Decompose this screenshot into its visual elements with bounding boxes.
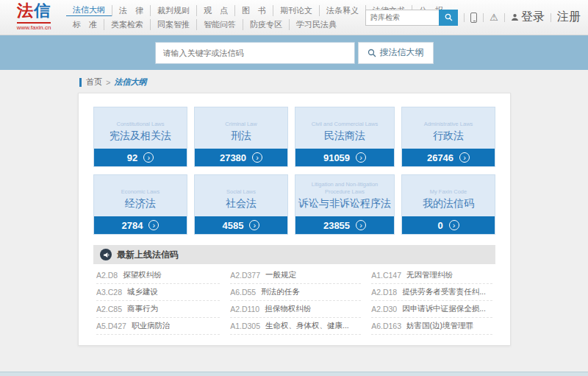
outline-search-button[interactable]: 搜法信大纲 — [358, 42, 434, 64]
search-icon — [445, 13, 453, 21]
breadcrumb-home[interactable]: 首页 — [86, 77, 102, 88]
category-count: 91059 — [323, 152, 350, 163]
logo-char-blue: 信 — [34, 1, 51, 20]
outline-search-input[interactable] — [155, 42, 355, 64]
card-my-faxin-code[interactable]: My Faxin Code 我的法信码 0 › — [401, 174, 495, 235]
card-social-laws[interactable]: Social Laws 社会法 4585 › — [194, 174, 288, 235]
nav-item-similar-case-push[interactable]: 同案智推 — [150, 19, 196, 30]
category-title: 诉讼与非诉讼程序法 — [298, 197, 391, 210]
register-button[interactable]: 注册 — [557, 10, 581, 25]
category-count-bar[interactable]: 23855 › — [295, 216, 394, 234]
category-count-bar[interactable]: 4585 › — [195, 216, 287, 234]
law-title: 刑法的任务 — [261, 287, 300, 297]
law-title: 妨害国(边)境管理罪 — [406, 321, 473, 331]
mobile-app-icon[interactable] — [470, 13, 477, 23]
arrow-circle-icon: › — [449, 220, 459, 230]
category-count-bar[interactable]: 2784 › — [94, 216, 187, 234]
nav-item-similar-case-search[interactable]: 类案检索 — [104, 19, 150, 30]
category-count: 26746 — [427, 152, 453, 163]
category-english-label: Criminal Law — [198, 113, 284, 127]
arrow-circle-icon: › — [143, 152, 154, 163]
site-logo[interactable]: 法信 www.faxin.cn — [7, 3, 60, 32]
law-code: A2.D8 — [96, 271, 118, 280]
list-item[interactable]: A6.D163 妨害国(边)境管理罪 — [371, 318, 492, 335]
nav-item-books[interactable]: 图 书 — [234, 5, 273, 16]
nav-row-2: 标 准 类案检索 同案智推 智能问答 防疫专区 学习民法典 — [66, 19, 365, 30]
nav-item-article-interpretation[interactable]: 法条释义 — [319, 5, 365, 16]
card-top: Administrative Laws 行政法 — [402, 107, 495, 149]
category-english-label: Litigation and Non-litigation Procedure … — [298, 180, 391, 195]
nav-item-judgment-rules[interactable]: 裁判规则 — [150, 5, 196, 16]
law-code: A2.D30 — [371, 305, 397, 313]
arrow-circle-icon: › — [356, 152, 366, 163]
nav-item-law[interactable]: 法 律 — [112, 5, 150, 16]
category-english-label: Economic Laws — [97, 180, 184, 195]
law-code: A3.C28 — [96, 288, 122, 297]
nav-item-smart-qa[interactable]: 智能问答 — [196, 19, 243, 30]
law-title: 无因管理纠纷 — [406, 270, 453, 280]
register-label: 注册 — [557, 10, 581, 25]
category-title: 行政法 — [405, 130, 492, 143]
list-item[interactable]: A5.D427 职业病防治 — [96, 318, 220, 335]
card-economic-laws[interactable]: Economic Laws 经济法 2784 › — [93, 174, 187, 235]
card-top: Litigation and Non-litigation Procedure … — [295, 175, 394, 216]
category-count-bar[interactable]: 91059 › — [295, 149, 394, 166]
law-code: A2.D110 — [230, 305, 259, 313]
law-title: 城乡建设 — [127, 287, 158, 297]
card-top: Constitutional Laws 宪法及相关法 — [94, 107, 187, 149]
list-item[interactable]: A2.D110 担保物权纠纷 — [230, 301, 361, 318]
card-administrative-laws[interactable]: Administrative Laws 行政法 26746 › — [401, 107, 495, 167]
breadcrumb-accent-bar — [79, 78, 82, 87]
category-title: 民法商法 — [298, 130, 391, 143]
category-title: 宪法及相关法 — [97, 130, 184, 143]
category-title: 我的法信码 — [405, 197, 492, 210]
main-nav: 法信大纲 法 律 裁判规则 观 点 图 书 期刊论文 法条释义 法律文书 公 报… — [66, 4, 365, 30]
law-title: 因申请诉中证据保全损... — [402, 304, 486, 314]
list-item[interactable]: A1.D305 生命权、身体权、健康... — [230, 318, 361, 335]
cross-db-search-input[interactable] — [365, 10, 439, 26]
category-count: 0 — [437, 220, 442, 231]
nav-item-faxin-outline[interactable]: 法信大纲 — [66, 4, 112, 16]
law-title: 担保物权纠纷 — [265, 304, 311, 314]
nav-item-journals[interactable]: 期刊论文 — [273, 5, 319, 16]
list-item[interactable]: A3.C28 城乡建设 — [96, 284, 220, 301]
user-icon — [511, 13, 519, 21]
list-item[interactable]: A1.C147 无因管理纠纷 — [371, 267, 492, 284]
search-band: 搜法信大纲 — [0, 35, 588, 70]
login-button[interactable]: 登录 — [511, 10, 545, 25]
list-item[interactable]: A2.D8 探望权纠纷 — [96, 267, 220, 284]
card-top: My Faxin Code 我的法信码 — [402, 175, 495, 216]
category-count: 92 — [127, 152, 137, 163]
list-item[interactable]: A2.D30 因申请诉中证据保全损... — [371, 301, 492, 318]
footer-strip — [0, 372, 588, 376]
arrow-circle-icon: › — [249, 220, 259, 230]
logo-char-red: 法 — [17, 1, 34, 20]
cross-db-search-button[interactable] — [439, 10, 458, 26]
law-code: A6.D55 — [230, 288, 256, 297]
law-code: A2.C85 — [96, 305, 122, 313]
list-item[interactable]: A2.D18 提供劳务者受害责任纠... — [371, 284, 492, 301]
card-constitutional-laws[interactable]: Constitutional Laws 宪法及相关法 92 › — [93, 107, 187, 167]
card-criminal-law[interactable]: Criminal Law 刑法 27380 › — [194, 107, 288, 167]
nav-item-civil-code-study[interactable]: 学习民法典 — [289, 19, 343, 30]
category-count-bar[interactable]: 0 › — [402, 216, 495, 234]
notice-icon[interactable]: ⚠ — [490, 13, 498, 22]
category-count-bar[interactable]: 92 › — [94, 149, 187, 166]
card-litigation-procedure-laws[interactable]: Litigation and Non-litigation Procedure … — [295, 174, 395, 235]
list-item[interactable]: A6.D55 刑法的任务 — [230, 284, 361, 301]
list-item[interactable]: A2.D377 一般规定 — [230, 267, 361, 284]
category-count-bar[interactable]: 26746 › — [402, 149, 495, 166]
category-english-label: Constitutional Laws — [97, 113, 184, 127]
nav-item-viewpoints[interactable]: 观 点 — [196, 5, 234, 16]
category-count: 4585 — [223, 220, 244, 231]
category-count-bar[interactable]: 27380 › — [195, 149, 287, 166]
law-title: 职业病防治 — [132, 321, 171, 331]
logo-site-url: www.faxin.cn — [17, 22, 51, 31]
latest-codes-list: A2.D8 探望权纠纷 A2.D377 一般规定 A1.C147 无因管理纠纷 … — [93, 267, 495, 335]
category-english-label: Social Laws — [198, 180, 284, 195]
divider — [504, 13, 505, 22]
card-civil-commercial-laws[interactable]: Civil and Commercial Laws 民法商法 91059 › — [295, 107, 395, 167]
list-item[interactable]: A2.C85 商事行为 — [96, 301, 220, 318]
nav-item-standards[interactable]: 标 准 — [66, 19, 104, 30]
nav-item-epidemic-zone[interactable]: 防疫专区 — [243, 19, 289, 30]
